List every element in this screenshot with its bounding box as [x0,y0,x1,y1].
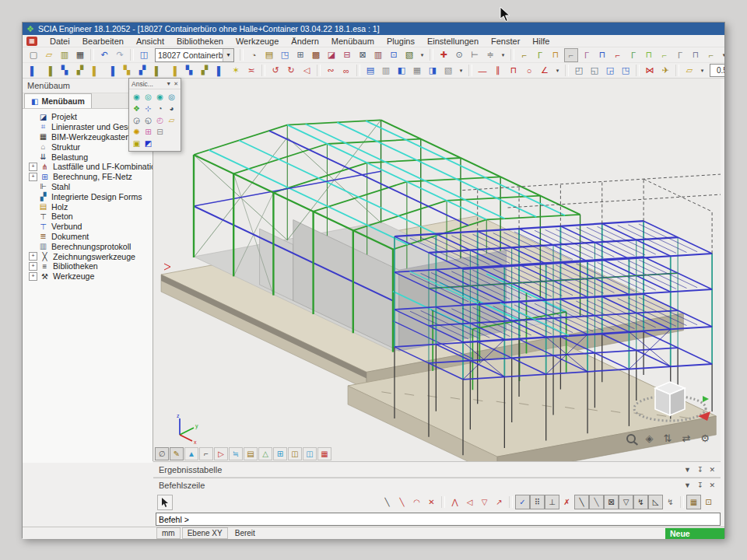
snap-endpoint-icon[interactable]: ╲ [589,495,604,509]
tab-table[interactable]: ▦ [317,447,331,460]
bim-toolbox-icon[interactable]: ✚ [437,48,451,62]
menu-hilfe[interactable]: Hilfe [526,37,556,46]
copy-picture-icon[interactable]: ⊞ [293,48,307,62]
new-cross-link-icon[interactable]: ⌐ [611,48,625,62]
tree-item-zeichnungswerkzeuge[interactable]: +╳Zeichnungswerkzeuge [29,251,153,261]
snap-tangent-icon[interactable]: ◁ [462,495,477,509]
tree-expander-icon[interactable]: + [29,262,37,271]
tree-item-berechnung-fe-netz[interactable]: +⊞Berechnung, FE-Netz [29,172,153,182]
new-load-panel-icon[interactable]: ⊓ [689,48,703,62]
snap-arc-icon[interactable]: ◠ [409,495,424,509]
tab-structure[interactable]: ▲ [184,447,198,460]
tab-layers[interactable]: ▤ [244,447,258,460]
snap-arc-point-icon[interactable]: ↯ [663,495,678,509]
connect-members-icon[interactable]: ⊢ [468,48,482,62]
clipping-box-icon[interactable]: ▣ [131,138,142,149]
menu-datei[interactable]: Datei [44,37,76,46]
new-plate-icon[interactable]: ⊓ [642,48,656,62]
3d-model-view[interactable]: zyx [153,79,721,461]
tree-expander-icon[interactable]: + [29,173,37,181]
view-parameters-icon[interactable]: ◩ [142,138,154,149]
draw-circle-icon[interactable]: ○ [522,64,536,78]
structure-check-icon[interactable]: ⊙ [452,48,466,62]
height-dim-icon[interactable]: ▌ [213,64,227,78]
more-draw-icon[interactable]: ▾ [553,64,562,78]
snap-line-solid-icon[interactable]: ↯ [633,495,648,509]
filter-left-icon[interactable]: ◧ [395,64,409,78]
tab-grid[interactable]: ⊞ [273,447,287,460]
results-table-panel-header[interactable]: Ergebnisstabelle ▼ ↧ ✕ [153,461,721,478]
teamwork-icon[interactable]: ◔ [247,48,261,62]
open-view-icon[interactable]: ▱ [166,114,177,126]
snap-orthogonal-icon[interactable]: ▽ [619,495,633,509]
view-front-icon[interactable]: ◉ [131,91,142,103]
new-rafter-icon[interactable]: ⊓ [549,48,563,62]
save-all-icon[interactable]: ▥ [58,48,72,62]
layers-off-icon[interactable]: ▥ [379,64,393,78]
draw-angle-icon[interactable]: ∠ [538,64,552,78]
print-data-icon[interactable]: ⊠ [356,48,370,62]
render-lightbulb-icon[interactable]: ✺ [131,126,142,138]
grid-point-icon[interactable]: ▌ [151,64,165,78]
snap-intersection-icon[interactable]: ⊠ [604,495,619,509]
tree-item-holz[interactable]: ▤Holz [29,201,153,212]
xml-io-icon[interactable]: ◳ [278,48,292,62]
new-wall-icon[interactable]: ⌐ [658,48,672,62]
level-line-icon[interactable]: ≍ [244,64,258,78]
cursor-snap-settings-icon[interactable]: ✓ [515,495,530,509]
tree-item-verbund[interactable]: ⊤Verbund [29,222,153,232]
calculator-icon[interactable]: ▥ [371,48,385,62]
command-input[interactable] [156,513,721,526]
menu-werkzeuge[interactable]: Werkzeuge [230,37,285,46]
save-icon[interactable]: ▦ [73,48,87,62]
align-members-icon[interactable]: ≑ [483,48,497,62]
document-icon[interactable]: ⊡ [387,48,401,62]
menu-men-baum[interactable]: Menübaum [325,37,381,46]
new-arbitrary-member-icon[interactable]: Γ [626,48,640,62]
new-shell-icon[interactable]: ⌐ [704,48,718,62]
layout-manager-icon[interactable]: ⊟ [340,48,354,62]
snap-vector-icon[interactable]: ↗ [492,495,507,509]
snap-angle-icon[interactable]: ⋀ [447,495,462,509]
status-plane[interactable]: Ebene XY [182,527,228,539]
snap-midpoint-icon[interactable]: ╲ [574,495,589,509]
tab-flag[interactable]: ▷ [214,447,228,460]
tree-expander-icon[interactable]: + [29,272,37,281]
zoom-all-icon[interactable]: ◵ [142,114,154,126]
star-snap-icon[interactable]: ✶ [229,64,243,78]
select-pair-icon[interactable]: ∾ [324,64,338,78]
storey-level-3-icon[interactable]: ▚ [58,64,72,78]
snap-surface-icon[interactable]: ◺ [648,495,663,509]
new-column-icon[interactable]: Γ [533,48,547,62]
engineering-report-icon[interactable]: ▧ [402,48,416,62]
results-pin-icon[interactable]: ↧ [697,466,703,474]
zoom-selection-icon[interactable]: ◴ [154,114,166,126]
zoom-in-icon[interactable]: ◕ [166,103,177,114]
trim-bowtie-icon[interactable]: ⋈ [643,64,657,78]
status-unit[interactable]: mm [156,527,181,539]
snap-grid-icon[interactable]: ⠿ [530,495,545,509]
new-purlin-icon[interactable]: ⌐ [564,48,578,62]
copy-corner-2-icon[interactable]: ◱ [587,64,601,78]
redo-icon[interactable]: ↷ [113,48,127,62]
menu-bearbeiten[interactable]: Bearbeiten [76,37,130,46]
undo-icon[interactable]: ↶ [97,48,111,62]
tree-item-bibliotheken[interactable]: +≡Bibliotheken [29,261,153,271]
snap-line-icon[interactable]: ╲ [380,495,395,509]
snap-delete-icon[interactable]: ✕ [424,495,439,509]
select-chain-icon[interactable]: ∞ [339,64,353,78]
command-dropdown-icon[interactable]: ▼ [684,481,691,489]
scale-spinner[interactable]: 0.50.. ▲▼ [710,64,724,77]
view-settings-gear-icon[interactable]: ⚙ [700,432,710,444]
tree-item-beton[interactable]: ⊤Beton [29,212,153,222]
axis-dim-icon[interactable]: ▐ [167,64,181,78]
project-combobox[interactable]: 18027 Containerbü ▾ [155,48,234,62]
line-grid-icon[interactable]: ▌ [89,64,103,78]
new-haunch-icon[interactable]: ⊓ [595,48,609,62]
command-close-icon[interactable]: ✕ [709,481,715,489]
select-polygon-icon[interactable]: ↻ [284,64,298,78]
copy-corner-1-icon[interactable]: ◰ [572,64,586,78]
more-documents-icon[interactable]: ▾ [418,48,426,62]
palette-close-icon[interactable]: ✕ [174,81,178,87]
tree-expander-icon[interactable]: + [29,252,37,261]
